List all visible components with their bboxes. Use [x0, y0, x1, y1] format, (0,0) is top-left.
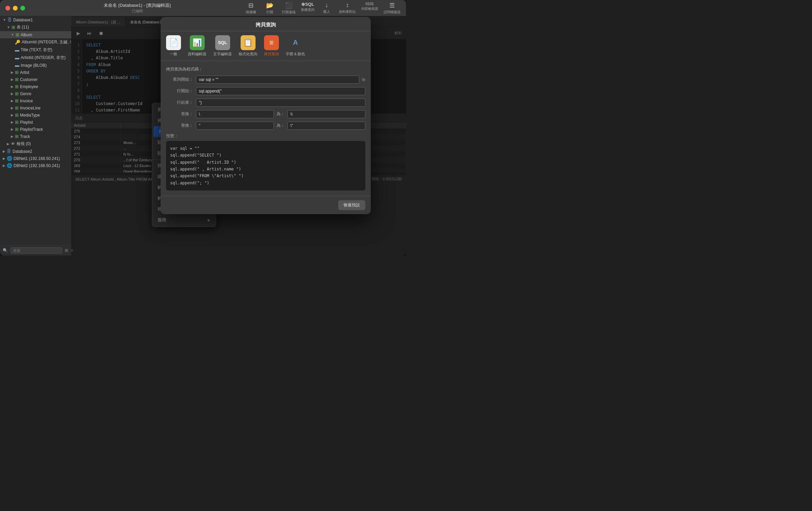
toolbar-open[interactable]: 📂 打開: [263, 2, 277, 15]
sidebar-item-mediatype[interactable]: ▶ ⊞ MediaType: [0, 111, 71, 119]
sidebar-item-invoiceline[interactable]: ▶ ⊞ InvoiceLine: [0, 104, 71, 111]
toolbar-terminal[interactable]: ⬛ 打開遠端: [282, 2, 296, 15]
copy-query-label: 拷貝查詢: [264, 52, 279, 57]
font-color-label: 字體 & 顏色: [286, 52, 305, 57]
sidebar-item-artistid[interactable]: ▬ ArtistId (INTEGER, 非空): [0, 54, 71, 62]
sidebar-item-customer[interactable]: ▶ ⊞ Customer: [0, 76, 71, 83]
line-start-label: 行開始：: [166, 88, 193, 94]
sidebar-item-track[interactable]: ▶ ⊞ Track: [0, 133, 71, 140]
new-query-label: 新建查詢: [301, 7, 314, 12]
sidebar-item-tables[interactable]: ▼ ⊞ 表 (11): [0, 23, 71, 31]
sidebar-bottom: 🔍 ⊞ ≡: [0, 245, 71, 256]
preview-line-3: sql.append(" Artist.ID "): [170, 159, 361, 166]
line-start-input[interactable]: [196, 87, 365, 95]
dialog-body: 拷貝查詢為程式碼： 查詢開始： \n 行開始：: [161, 61, 371, 196]
arrow-icon: ▶: [11, 99, 14, 103]
format-query-icon: 📋: [241, 35, 256, 50]
sidebar-item-album[interactable]: ▼ ⊞ Album: [0, 31, 71, 38]
open-label: 打開: [266, 10, 273, 15]
database-icon: 🗄: [7, 17, 12, 22]
database-icon: 🗄: [7, 149, 11, 154]
sidebar-label-track: Track: [20, 134, 30, 139]
open-icon: 📂: [266, 2, 273, 9]
sidebar-item-albumid[interactable]: 🔑 AlbumId (INTEGER, 主鍵, 非空): [0, 38, 71, 46]
sidebar-item-playlist[interactable]: ▶ ⊞ Playlist: [0, 119, 71, 126]
table-icon: ⊞: [15, 134, 19, 139]
sidebar-item-views[interactable]: ▶ 👁 檢視 (0): [0, 140, 71, 148]
col-icon: ▬: [15, 63, 19, 68]
preview-area: var sql = "" sql.append("SELECT ") sql.a…: [166, 141, 365, 190]
maximize-button[interactable]: [20, 6, 25, 11]
sidebar-label-title: Title (TEXT, 非空): [21, 47, 53, 53]
format-query-label: 格式化查詢: [239, 52, 257, 57]
dlg-copy-query[interactable]: ≡ 拷貝查詢: [264, 35, 279, 57]
line-end-input[interactable]: [196, 99, 365, 107]
dlg-data-editor[interactable]: 📊 資料編輯器: [188, 35, 206, 57]
dlg-general[interactable]: 📄 一般: [166, 35, 181, 57]
terminal-label: 打開遠端: [282, 10, 296, 15]
arrow-icon: ▶: [3, 157, 5, 160]
data-editor-label: 資料編輯器: [188, 52, 206, 57]
sidebar-label-invoiceline: InvoiceLine: [20, 106, 41, 110]
toolbar-new-query[interactable]: ⊕SQL 新建查詢: [301, 2, 314, 15]
arrow-icon: ▶: [11, 120, 14, 124]
col-icon: ▬: [15, 47, 19, 53]
dialog-footer: 恢復預設: [161, 196, 371, 214]
dialog-row-line-start: 行開始：: [166, 87, 365, 95]
sidebar-label-dbnet1: DBNet1 (192.168.50.241): [14, 156, 60, 161]
dlg-font-color[interactable]: A 字體 & 顏色: [286, 35, 305, 57]
sidebar-item-invoice[interactable]: ▶ ⊞ Invoice: [0, 97, 71, 104]
sidebar-item-dbnet1[interactable]: ▶ 🌐 DBNet1 (192.168.50.241): [0, 155, 71, 162]
replace-2-label: 替換：: [166, 123, 193, 128]
table-icon: ⊞: [15, 70, 19, 75]
replace-1-to[interactable]: [287, 110, 365, 118]
sidebar-wrapper: ▼ 🗄 Database1 ▼ ⊞ 表 (11) ▼ ⊞ Album 🔑: [0, 16, 71, 256]
minimize-button[interactable]: [13, 6, 18, 11]
toolbar-internal[interactable]: 0101 內部檢視器: [361, 2, 378, 15]
diff-icon: ↕: [346, 2, 349, 9]
filter-input[interactable]: [11, 247, 62, 253]
sidebar-item-employee[interactable]: ▶ ⊞ Employee: [0, 83, 71, 90]
view-icon: 👁: [11, 141, 15, 146]
restore-defaults-button[interactable]: 恢復預設: [338, 200, 365, 210]
toolbar-access[interactable]: ☰ 訪問模擬器: [384, 2, 401, 15]
replace-2-from[interactable]: [196, 122, 274, 130]
sidebar-label-genre: Genre: [20, 91, 31, 96]
sidebar-item-playlisttrack[interactable]: ▶ ⊞ PlaylistTrack: [0, 126, 71, 133]
sidebar-item-database2[interactable]: ▶ 🗄 Database2: [0, 148, 71, 155]
arrow-icon: ▶: [11, 78, 14, 81]
sidebar-item-image[interactable]: ▬ Image (BLOB): [0, 62, 71, 69]
replace-2-to[interactable]: [287, 122, 365, 130]
key-col-icon: 🔑: [15, 40, 20, 45]
sidebar-label-albumid: AlbumId (INTEGER, 主鍵, 非空): [22, 39, 71, 45]
sidebar-item-database1[interactable]: ▼ 🗄 Database1: [0, 16, 71, 23]
sidebar-label-artistid: ArtistId (INTEGER, 非空): [21, 55, 66, 61]
sidebar-item-title[interactable]: ▬ Title (TEXT, 非空): [0, 46, 71, 54]
arrow-icon: ▶: [11, 127, 14, 131]
toolbar-sidebar[interactable]: ⊟ 側邊欄: [244, 2, 258, 15]
sidebar-item-dbnet2[interactable]: ▶ 🌐 DBNet2 (192.168.50.241): [0, 162, 71, 169]
sidebar-item-genre[interactable]: ▶ ⊞ Genre: [0, 90, 71, 97]
preview-line-5: sql.append("FROM \"Artist\" "): [170, 172, 361, 179]
dlg-text-editor[interactable]: SQL 文字編輯器: [213, 35, 232, 57]
content-area: Album (Database1) - [資 ... 未命名 (Database…: [71, 16, 406, 256]
query-start-input[interactable]: [196, 76, 359, 84]
toolbar-import[interactable]: ↓ 匯入: [320, 2, 333, 15]
arrow-icon: ▶: [11, 70, 14, 74]
arrow-icon: ▶: [11, 106, 14, 110]
toolbar-diff[interactable]: ↕ 資料庫對比: [339, 2, 356, 15]
sidebar-label-artist: Artist: [20, 70, 29, 75]
dialog-section-label: 拷貝查詢為程式碼：: [166, 66, 365, 72]
replace-1-label: 替換：: [166, 111, 193, 117]
close-button[interactable]: [5, 6, 10, 11]
sidebar-icon: ⊟: [248, 2, 253, 9]
arrow-icon: ▶: [3, 149, 5, 153]
new-query-icon: ⊕SQL: [301, 2, 314, 7]
arrow-icon: ▼: [3, 18, 6, 22]
replace-1-from[interactable]: [196, 110, 274, 118]
sidebar-item-artist[interactable]: ▶ ⊞ Artist: [0, 69, 71, 76]
app-window: 未命名 (Database1) - [查詢編輯器] 已編輯 ⊟ 側邊欄 📂 打開…: [0, 0, 406, 256]
sidebar-label-mediatype: MediaType: [20, 113, 40, 118]
dialog-row-replace-2: 替換： 為：: [166, 122, 365, 130]
dlg-format-query[interactable]: 📋 格式化查詢: [239, 35, 257, 57]
